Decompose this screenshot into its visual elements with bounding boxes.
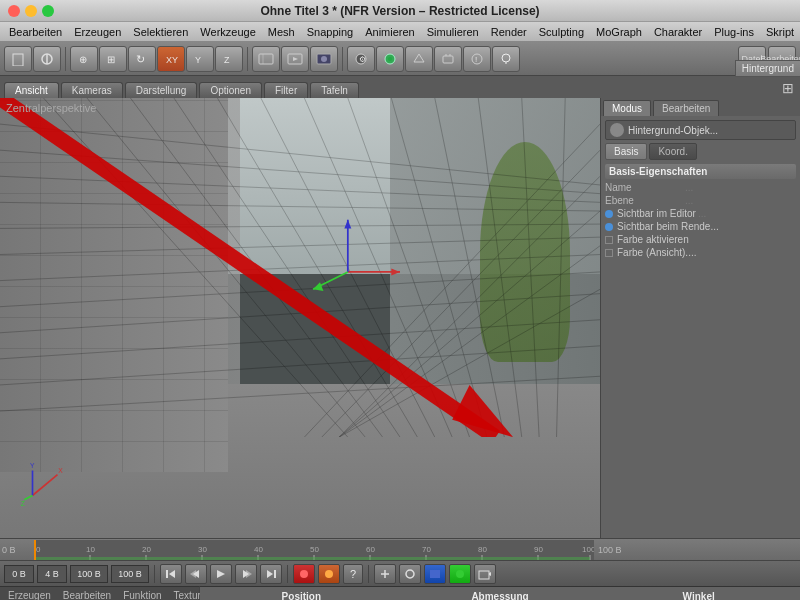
rpanel-tab-modus[interactable]: Modus <box>603 100 651 116</box>
menu-mograph[interactable]: MoGraph <box>591 24 647 40</box>
right-panel-tabs: Modus Bearbeiten <box>601 98 800 116</box>
checkbox-editor-indicator[interactable] <box>605 210 613 218</box>
menu-simulieren[interactable]: Simulieren <box>422 24 484 40</box>
mat-tab-bearbeiten[interactable]: Bearbeiten <box>59 589 115 600</box>
mat-tab-erzeugen[interactable]: Erzeugen <box>4 589 55 600</box>
goto-end-button[interactable] <box>260 564 282 584</box>
misc-btn-1[interactable]: ⚙ <box>347 46 375 72</box>
svg-marker-104 <box>267 570 273 578</box>
svg-text:⊕: ⊕ <box>79 54 87 65</box>
render-btn-3[interactable] <box>310 46 338 72</box>
menu-render[interactable]: Render <box>486 24 532 40</box>
record-button[interactable] <box>293 564 315 584</box>
next-frame-button[interactable] <box>235 564 257 584</box>
viewport-expand-icon[interactable]: ⊞ <box>776 78 800 98</box>
mat-tab-funktion[interactable]: Funktion <box>119 589 165 600</box>
misc-btn-3[interactable] <box>405 46 433 72</box>
snap2-button[interactable] <box>399 564 421 584</box>
goto-start-button[interactable] <box>160 564 182 584</box>
svg-rect-20 <box>443 56 453 63</box>
help-button[interactable]: ? <box>343 564 363 584</box>
svg-text:!: ! <box>475 55 477 64</box>
render-btn-2[interactable] <box>281 46 309 72</box>
svg-text:80: 80 <box>478 545 487 554</box>
koord-tab[interactable]: Koord. <box>649 143 696 160</box>
move-tool-button[interactable]: ⊕ <box>70 46 98 72</box>
timeline: 0 B 0 10 20 30 40 50 60 70 80 90 100 <box>0 538 800 560</box>
menu-erzeugen[interactable]: Erzeugen <box>69 24 126 40</box>
close-button[interactable] <box>8 5 20 17</box>
menu-snapping[interactable]: Snapping <box>302 24 359 40</box>
object-selector[interactable]: Hintergrund-Objek... <box>605 120 796 140</box>
transport-frame-4[interactable] <box>37 565 67 583</box>
menu-charakter[interactable]: Charakter <box>649 24 707 40</box>
toolbar-btn-1[interactable] <box>4 46 32 72</box>
prev-frame-button[interactable] <box>185 564 207 584</box>
toolbar-btn-2[interactable] <box>33 46 61 72</box>
axis-indicator: X Y Z <box>20 458 70 508</box>
toolbar-file-group <box>4 46 61 72</box>
svg-line-70 <box>24 496 32 500</box>
rpanel-tab-bearbeiten[interactable]: Bearbeiten <box>653 100 719 116</box>
camera-button[interactable] <box>474 564 496 584</box>
svg-point-112 <box>456 570 464 578</box>
minimize-button[interactable] <box>25 5 37 17</box>
svg-text:0: 0 <box>36 545 41 554</box>
timeline-track[interactable]: 0 10 20 30 40 50 60 70 80 90 100 <box>34 540 594 560</box>
menu-sculpting[interactable]: Sculpting <box>534 24 589 40</box>
svg-rect-96 <box>34 540 36 560</box>
transport-frame-start[interactable] <box>4 565 34 583</box>
tab-ansicht[interactable]: Ansicht <box>4 82 59 98</box>
checkbox-editor: Sichtbar im Editor ... <box>605 208 796 219</box>
tab-kameras[interactable]: Kameras <box>61 82 123 98</box>
checkbox-farbe-ansicht-box[interactable] <box>605 249 613 257</box>
viewport[interactable]: Zentralperspektive <box>0 98 600 538</box>
svg-text:100: 100 <box>582 545 594 554</box>
menu-werkzeuge[interactable]: Werkzeuge <box>195 24 260 40</box>
play-button[interactable] <box>210 564 232 584</box>
right-panel-content: Hintergrund-Objek... Basis Koord. Basis-… <box>601 116 800 538</box>
tab-tafeln[interactable]: Tafeln <box>310 82 359 98</box>
light-btn[interactable] <box>492 46 520 72</box>
menu-animieren[interactable]: Animieren <box>360 24 420 40</box>
svg-text:⊞: ⊞ <box>107 54 115 65</box>
misc-btn-4[interactable] <box>434 46 462 72</box>
select-tool-button[interactable]: XYZ <box>157 46 185 72</box>
tab-optionen[interactable]: Optionen <box>199 82 262 98</box>
toolbar-misc-group: ⚙ ! <box>347 46 520 72</box>
menu-plugins[interactable]: Plug-ins <box>709 24 759 40</box>
render-active-button[interactable] <box>449 564 471 584</box>
render-preview-button[interactable] <box>424 564 446 584</box>
prop-name-value: ... <box>685 182 796 193</box>
render-btn-1[interactable] <box>252 46 280 72</box>
viewport-label: Zentralperspektive <box>6 102 97 114</box>
toolbar-render-group <box>252 46 338 72</box>
basis-koord-tabs: Basis Koord. <box>605 143 796 160</box>
tab-filter[interactable]: Filter <box>264 82 308 98</box>
menu-bearbeiten[interactable]: Bearbeiten <box>4 24 67 40</box>
select3-tool-button[interactable]: Z <box>215 46 243 72</box>
scale-tool-button[interactable]: ⊞ <box>99 46 127 72</box>
checkbox-farbe-box[interactable] <box>605 236 613 244</box>
menu-skript[interactable]: Skript <box>761 24 799 40</box>
menu-selektieren[interactable]: Selektieren <box>128 24 193 40</box>
tab-darstellung[interactable]: Darstellung <box>125 82 198 98</box>
svg-marker-100 <box>190 570 196 578</box>
menu-mesh[interactable]: Mesh <box>263 24 300 40</box>
snap-button[interactable] <box>374 564 396 584</box>
misc-btn-5[interactable]: ! <box>463 46 491 72</box>
record-orange-button[interactable] <box>318 564 340 584</box>
rotate-tool-button[interactable]: ↻ <box>128 46 156 72</box>
maximize-button[interactable] <box>42 5 54 17</box>
traffic-lights[interactable] <box>8 5 54 17</box>
coords-header: Position Abmessung Winkel <box>204 591 796 600</box>
svg-marker-103 <box>246 570 252 578</box>
prop-ebene-row: Ebene ... <box>605 195 796 206</box>
transport-frame-100b[interactable] <box>111 565 149 583</box>
select2-tool-button[interactable]: Y <box>186 46 214 72</box>
misc-btn-2[interactable] <box>376 46 404 72</box>
basis-tab[interactable]: Basis <box>605 143 647 160</box>
transport-frame-100[interactable] <box>70 565 108 583</box>
checkbox-render-indicator[interactable] <box>605 223 613 231</box>
viewport-background: X Y Z <box>0 98 600 538</box>
